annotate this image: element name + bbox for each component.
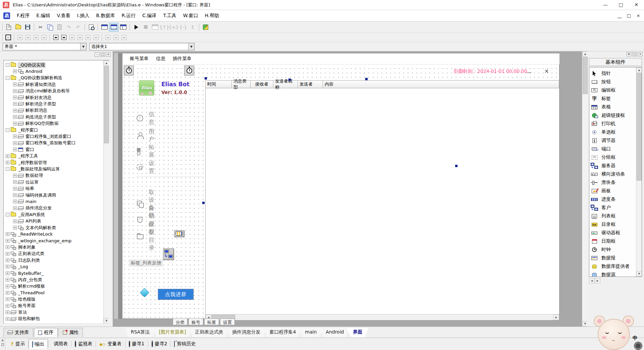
component-item[interactable]: 列表框	[591, 212, 635, 220]
expand-icon[interactable]: +	[6, 258, 9, 262]
expand-icon[interactable]: +	[6, 154, 9, 158]
port-component[interactable]	[174, 230, 184, 237]
sidebar-item-3[interactable]: 拓展	[137, 143, 155, 159]
expand-icon[interactable]: +	[13, 102, 17, 106]
selection-handle[interactable]	[365, 78, 368, 80]
run-icon[interactable]	[131, 23, 141, 32]
tree-item[interactable]: +账号界面	[6, 303, 36, 309]
component-item[interactable]: 表格	[591, 103, 635, 111]
tree-item[interactable]: -_数据处理及编码运算	[6, 166, 61, 172]
table-column-header[interactable]: 发送者昵称	[273, 81, 298, 88]
tree-item[interactable]: +文本代码解析类	[13, 224, 57, 231]
unit-tab[interactable]: 界面	[347, 328, 368, 337]
expand-icon[interactable]: +	[13, 69, 17, 73]
collapse-icon[interactable]: -	[6, 76, 9, 80]
new-file-icon[interactable]	[4, 23, 13, 32]
minimize-button[interactable]: —	[598, 0, 613, 10]
sidebar-item-4[interactable]: 设置	[137, 159, 155, 175]
panel-minimize-icon[interactable]: –	[95, 52, 99, 57]
table-column-header[interactable]: 内容	[323, 81, 559, 88]
panel-restore-icon[interactable]: □	[100, 52, 105, 57]
form-minimize-icon[interactable]: —	[527, 69, 532, 76]
tree-item[interactable]: -_应用API系统	[6, 211, 46, 218]
status-tab-监视表[interactable]: 监视表	[71, 339, 96, 349]
container-combobox[interactable]: 选择夹1 ▼	[89, 43, 195, 50]
layout-normal-icon[interactable]	[100, 23, 109, 32]
tree-item[interactable]: +main	[13, 198, 37, 205]
find-icon[interactable]	[87, 23, 96, 32]
expand-icon[interactable]: +	[6, 291, 9, 295]
expand-icon[interactable]: +	[13, 180, 17, 184]
tree-item[interactable]: +_程序工具	[6, 153, 39, 159]
corner-widget-icon[interactable]	[634, 342, 642, 350]
expand-icon[interactable]: +	[6, 232, 9, 236]
component-item[interactable]: 字标签	[591, 95, 635, 103]
save-icon[interactable]	[23, 23, 32, 32]
unit-combobox[interactable]: 界面 * ▼	[3, 43, 87, 50]
tree-item[interactable]: +_Log	[6, 263, 29, 270]
expand-icon[interactable]: +	[13, 122, 17, 126]
panel-close-icon[interactable]: ×	[638, 52, 643, 56]
form-tab[interactable]: 拓展	[204, 318, 219, 325]
unit-tab[interactable]: Android	[320, 328, 350, 337]
tree-item[interactable]: +构造消息子类型	[13, 114, 57, 120]
component-item[interactable]: A|编辑框	[591, 86, 635, 94]
expand-icon[interactable]: +	[6, 245, 9, 249]
status-tab-变量表[interactable]: ◆◇变量表	[96, 339, 125, 349]
expand-icon[interactable]: +	[6, 317, 9, 321]
tree-item[interactable]: +位运算	[13, 179, 39, 185]
tree-item[interactable]: +解析消息子类型	[13, 101, 57, 107]
scroll-right-icon[interactable]: ▶	[553, 314, 559, 320]
component-item[interactable]: DIR目录框	[591, 220, 635, 229]
scroll-left-icon[interactable]: ◀	[589, 278, 595, 284]
message-table[interactable]: 时间消息类型接收者发送者昵称发送者内容 ◀ ▶	[205, 80, 559, 320]
panel-close-icon[interactable]: ×	[106, 52, 111, 57]
status-tab-搜寻2[interactable]: 搜寻2	[148, 339, 171, 349]
timer-component[interactable]	[124, 65, 134, 76]
form-designer-icon[interactable]	[4, 34, 12, 41]
tree-item[interactable]: +窗口程序集_浏览器窗口	[13, 133, 72, 140]
tree-item[interactable]: +Android	[13, 68, 43, 74]
menu-item-e[interactable]: E.编辑	[33, 11, 53, 20]
form-tab[interactable]: 账号	[189, 318, 203, 325]
open-file-icon[interactable]	[13, 23, 23, 32]
expand-icon[interactable]: +	[13, 109, 17, 112]
table-column-header[interactable]: 发送者	[298, 81, 323, 88]
scroll-down-icon[interactable]: ▼	[104, 318, 109, 323]
tab-程序[interactable]: 程序	[34, 328, 58, 337]
cut-icon[interactable]: ✂	[36, 23, 45, 32]
selection-handle[interactable]	[455, 165, 458, 167]
menu-item-c[interactable]: C.编译	[139, 11, 160, 20]
component-list-hscroll[interactable]: ◀ ▶	[589, 278, 600, 284]
tree-scrollbar[interactable]: ▲ ▼	[103, 60, 109, 323]
tree-item[interactable]: +插件消息分发	[13, 205, 52, 211]
tree-item[interactable]: +解析好友消息	[13, 94, 52, 101]
component-item[interactable]: 滑块条	[591, 179, 635, 187]
chevron-down-icon[interactable]: ▼	[80, 43, 86, 50]
component-item[interactable]: 数据报	[591, 254, 635, 262]
feedback-list-label[interactable]: 标签_列表反馈	[129, 259, 163, 267]
panel-menu-icon[interactable]: ≡	[627, 52, 631, 56]
scroll-right-icon[interactable]: ▶	[595, 278, 600, 284]
center-horizontal-icon[interactable]	[52, 34, 60, 41]
component-item[interactable]: 时钟	[591, 246, 635, 254]
center-vertical-icon[interactable]	[60, 34, 68, 41]
menu-item-v[interactable]: V.查看	[54, 11, 74, 20]
menu-item-f[interactable]: F.程序	[13, 11, 33, 20]
selection-handle[interactable]	[288, 79, 291, 81]
expand-icon[interactable]: +	[6, 304, 9, 308]
unit-tab[interactable]: 窗口程序集4	[263, 328, 302, 337]
scroll-up-icon[interactable]: ▲	[582, 51, 588, 57]
mdi-close-icon[interactable]: ×	[635, 13, 641, 18]
tree-item[interactable]: +脚本对象	[6, 244, 36, 250]
expand-icon[interactable]: +	[13, 226, 17, 230]
menu-item-h[interactable]: H.帮助	[201, 11, 222, 20]
menu-item-w[interactable]: W.窗口	[180, 11, 202, 20]
form-tab[interactable]: 设置	[220, 318, 235, 325]
tree-item[interactable]: +解析通知类消息	[13, 81, 57, 88]
tree-item[interactable]: +API列表	[13, 218, 42, 224]
component-item[interactable]: 进度条	[591, 195, 635, 203]
tree-item[interactable]: +编码转换及调用	[13, 192, 57, 198]
scrollbar-thumb[interactable]	[637, 73, 642, 181]
tree-item[interactable]: +日志队列类	[6, 257, 41, 263]
